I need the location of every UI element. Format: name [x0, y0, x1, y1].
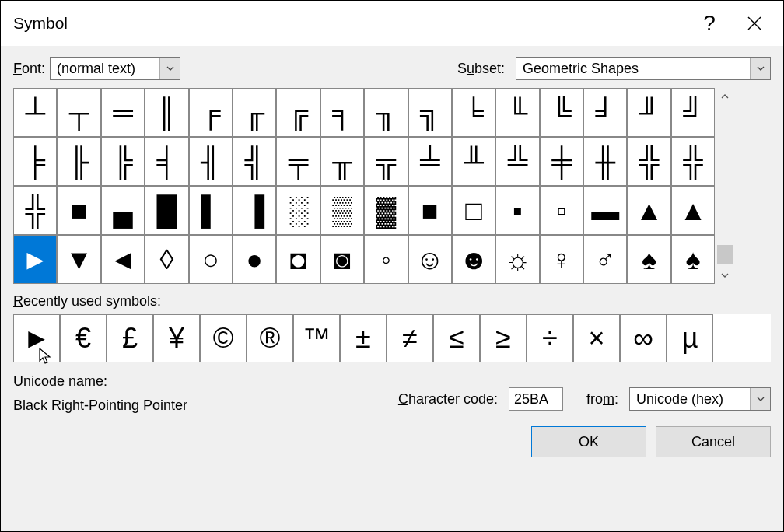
symbol-cell[interactable]: ╓: [233, 88, 276, 137]
subset-label: Subset:: [457, 61, 505, 77]
symbol-cell[interactable]: ☻: [452, 235, 495, 284]
symbol-cell[interactable]: ▼: [57, 235, 100, 284]
symbol-cell[interactable]: ☼: [495, 235, 539, 284]
symbol-cell[interactable]: ╨: [452, 137, 495, 186]
recent-symbol-cell[interactable]: ≥: [480, 314, 527, 362]
symbol-cell[interactable]: ╘: [452, 88, 495, 137]
symbol-cell[interactable]: ╬: [671, 137, 715, 186]
symbol-cell[interactable]: ▄: [101, 186, 145, 235]
symbol-cell[interactable]: ╫: [583, 137, 627, 186]
symbol-cell[interactable]: ▌: [189, 186, 233, 235]
symbol-cell[interactable]: ●: [233, 235, 276, 284]
charcode-input[interactable]: [509, 387, 563, 411]
recent-symbol-cell[interactable]: µ: [667, 314, 713, 362]
recent-symbol-cell[interactable]: ►: [13, 314, 60, 362]
symbol-cell[interactable]: ╧: [408, 137, 452, 186]
top-row: Font: Subset:: [13, 57, 771, 80]
symbol-cell[interactable]: ♠: [627, 235, 670, 284]
symbol-cell[interactable]: ╬: [627, 137, 670, 186]
recent-symbol-cell[interactable]: £: [107, 314, 153, 362]
symbol-cell[interactable]: ◊: [145, 235, 188, 284]
chevron-down-icon[interactable]: [159, 58, 180, 79]
symbol-cell[interactable]: ◙: [320, 235, 364, 284]
recent-symbol-cell[interactable]: ®: [247, 314, 293, 362]
symbol-cell[interactable]: ╛: [583, 88, 627, 137]
symbol-cell[interactable]: ╡: [145, 137, 188, 186]
symbol-cell[interactable]: ▪: [495, 186, 539, 235]
symbol-cell[interactable]: ◦: [364, 235, 408, 284]
close-button[interactable]: [732, 6, 777, 40]
symbol-cell[interactable]: ╣: [233, 137, 276, 186]
symbol-cell[interactable]: □: [452, 186, 495, 235]
symbol-cell[interactable]: ═: [101, 88, 145, 137]
symbol-cell[interactable]: ╠: [101, 137, 145, 186]
symbol-cell[interactable]: ▲: [671, 186, 715, 235]
recent-symbol-cell[interactable]: ×: [573, 314, 620, 362]
recent-symbol-cell[interactable]: ∞: [620, 314, 667, 362]
symbol-cell[interactable]: ╞: [13, 137, 57, 186]
from-input[interactable]: [630, 388, 750, 410]
symbol-cell[interactable]: ╪: [540, 137, 583, 186]
ok-button[interactable]: OK: [531, 426, 646, 457]
recent-symbol-cell[interactable]: ©: [200, 314, 247, 362]
font-combo[interactable]: [50, 57, 180, 80]
symbol-cell[interactable]: ╦: [364, 137, 408, 186]
symbol-cell[interactable]: ╖: [364, 88, 408, 137]
symbol-cell[interactable]: ►: [13, 235, 57, 284]
symbol-cell[interactable]: █: [145, 186, 188, 235]
scroll-track[interactable]: [716, 105, 733, 267]
symbol-cell[interactable]: ◄: [101, 235, 145, 284]
symbol-cell[interactable]: ▲: [627, 186, 670, 235]
symbol-cell[interactable]: ░: [276, 186, 320, 235]
symbol-cell[interactable]: ╜: [627, 88, 670, 137]
symbol-cell[interactable]: ╕: [320, 88, 364, 137]
symbol-cell[interactable]: ◘: [276, 235, 320, 284]
symbol-cell[interactable]: ╗: [408, 88, 452, 137]
symbol-cell[interactable]: ▬: [583, 186, 627, 235]
subset-combo[interactable]: [516, 57, 771, 80]
symbol-cell[interactable]: ■: [408, 186, 452, 235]
symbol-cell[interactable]: ┴: [13, 88, 57, 137]
chevron-down-icon[interactable]: [750, 388, 770, 410]
symbol-cell[interactable]: ▒: [320, 186, 364, 235]
recent-symbol-cell[interactable]: ™: [293, 314, 340, 362]
chevron-down-icon[interactable]: [750, 58, 770, 79]
symbol-cell[interactable]: ▐: [233, 186, 276, 235]
recent-symbol-cell[interactable]: ≠: [387, 314, 433, 362]
scroll-down-button[interactable]: [716, 267, 733, 284]
symbol-cell[interactable]: ┬: [57, 88, 100, 137]
symbol-cell[interactable]: ♀: [540, 235, 583, 284]
symbol-cell[interactable]: ╔: [276, 88, 320, 137]
symbol-cell[interactable]: ▫: [540, 186, 583, 235]
symbol-cell[interactable]: ║: [145, 88, 188, 137]
symbol-cell[interactable]: ╒: [189, 88, 233, 137]
recent-symbol-cell[interactable]: ≤: [433, 314, 480, 362]
cancel-button[interactable]: Cancel: [656, 426, 771, 457]
scroll-thumb[interactable]: [717, 245, 733, 264]
scrollbar[interactable]: [716, 88, 733, 284]
symbol-cell[interactable]: ♠: [671, 235, 715, 284]
symbol-cell[interactable]: ╟: [57, 137, 100, 186]
symbol-cell[interactable]: ☺: [408, 235, 452, 284]
subset-input[interactable]: [516, 58, 750, 79]
symbol-cell[interactable]: ○: [189, 235, 233, 284]
recent-symbol-cell[interactable]: ±: [340, 314, 387, 362]
symbol-cell[interactable]: ▓: [364, 186, 408, 235]
recent-symbol-cell[interactable]: ÷: [527, 314, 573, 362]
scroll-up-button[interactable]: [716, 88, 733, 105]
from-combo[interactable]: [629, 387, 771, 411]
symbol-cell[interactable]: ■: [57, 186, 100, 235]
symbol-cell[interactable]: ╢: [189, 137, 233, 186]
recent-symbol-cell[interactable]: €: [60, 314, 107, 362]
symbol-cell[interactable]: ╬: [13, 186, 57, 235]
symbol-cell[interactable]: ╩: [495, 137, 539, 186]
recent-symbol-cell[interactable]: ¥: [153, 314, 200, 362]
font-input[interactable]: [51, 58, 159, 79]
help-button[interactable]: ?: [687, 6, 732, 40]
symbol-cell[interactable]: ╥: [320, 137, 364, 186]
symbol-cell[interactable]: ╤: [276, 137, 320, 186]
symbol-cell[interactable]: ╚: [540, 88, 583, 137]
symbol-cell[interactable]: ╙: [495, 88, 539, 137]
symbol-cell[interactable]: ♂: [583, 235, 627, 284]
symbol-cell[interactable]: ╝: [671, 88, 715, 137]
